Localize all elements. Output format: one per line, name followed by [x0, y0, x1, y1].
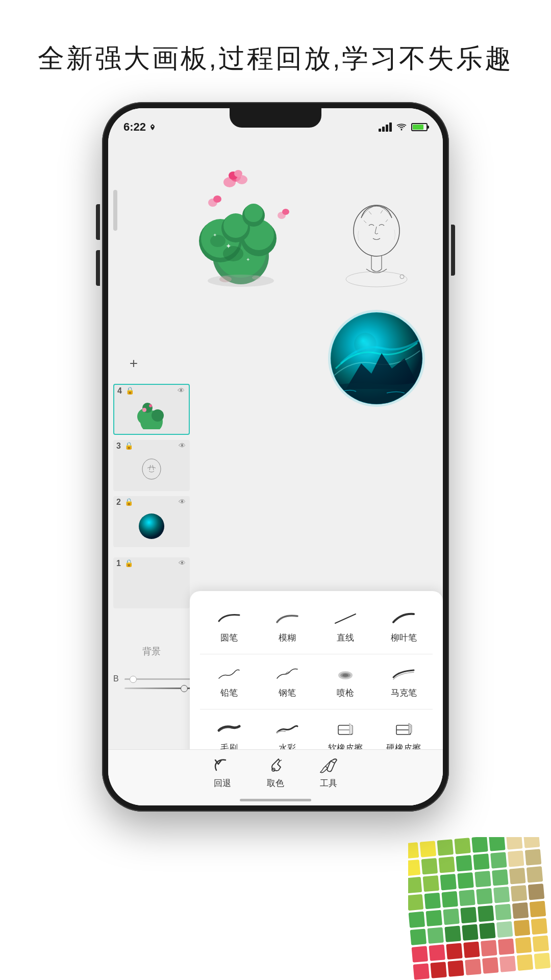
svg-text:✦: ✦	[246, 257, 250, 262]
svg-point-44	[139, 513, 164, 539]
brush-item-round[interactable]: 圆笔	[200, 601, 258, 652]
pixel-cell	[528, 884, 545, 900]
pixel-cell	[410, 928, 427, 945]
layer-item-3[interactable]: 3 🔒 👁	[113, 440, 190, 491]
pixel-cell	[514, 920, 531, 937]
pixel-cell	[408, 860, 420, 876]
pixel-cell	[465, 959, 482, 975]
maobi-brush-icon	[217, 720, 241, 738]
pixel-cell	[531, 918, 548, 935]
pixel-cell	[474, 871, 491, 888]
home-indicator	[240, 799, 311, 801]
opacity-track[interactable]	[124, 688, 195, 689]
pixel-cell	[499, 955, 516, 972]
pixel-cell	[478, 905, 494, 922]
toolbar-undo[interactable]: 回退	[211, 756, 234, 789]
pixel-cell	[490, 852, 507, 869]
pixel-cell	[506, 837, 523, 850]
pixel-cell	[456, 855, 472, 872]
svg-point-48	[342, 674, 348, 677]
phone-frame: 6:22	[102, 102, 449, 812]
statue-artwork	[331, 190, 422, 297]
pixel-cell	[496, 921, 513, 938]
panel-divider-1	[200, 654, 433, 654]
brush-label-pen: 钢笔	[279, 687, 296, 699]
pixel-cell	[423, 875, 440, 892]
brush-item-blur[interactable]: 模糊	[258, 601, 316, 652]
watercolor-brush-icon	[275, 720, 299, 738]
pixel-cell	[437, 839, 454, 856]
corner-decoration	[408, 837, 551, 980]
location-icon	[149, 124, 156, 131]
svg-line-60	[331, 761, 335, 763]
toolbar-undo-label: 回退	[214, 777, 231, 789]
svg-point-27	[219, 276, 232, 282]
status-right-icons	[379, 122, 428, 132]
pixel-cell	[482, 957, 499, 974]
brush-item-willow[interactable]: 柳叶笔	[374, 601, 433, 652]
hard-eraser-icon	[391, 720, 416, 738]
pixel-cell	[481, 940, 497, 957]
brush-item-spray[interactable]: 喷枪	[316, 656, 374, 707]
brush-item-line[interactable]: 直线	[316, 601, 374, 652]
pixel-cell	[429, 944, 445, 961]
soft-eraser-icon	[333, 720, 358, 738]
tool-icon	[317, 756, 340, 774]
brush-label-blur: 模糊	[279, 632, 296, 644]
pencil-brush-icon	[217, 665, 241, 683]
svg-point-25	[282, 209, 289, 215]
pixel-cell	[420, 841, 437, 857]
brush-grid: 圆笔 模糊	[200, 601, 433, 652]
pixel-cell	[460, 907, 477, 924]
pixel-cell	[515, 937, 532, 954]
marker-brush-icon	[391, 665, 416, 683]
blur-brush-icon	[275, 609, 299, 628]
pixel-cell	[463, 941, 480, 958]
eyedrop-icon	[264, 756, 287, 774]
battery-icon	[411, 123, 428, 131]
pixel-cell	[533, 936, 549, 952]
undo-icon	[211, 756, 234, 774]
volume-up-button	[96, 204, 100, 240]
status-time: 6:22	[123, 120, 156, 134]
scroll-bar[interactable]	[113, 190, 117, 231]
brush-label-marker: 马克笔	[391, 687, 417, 699]
toolbar-eyedrop[interactable]: 取色	[264, 756, 287, 789]
pixel-cell	[495, 904, 512, 921]
pixel-cell	[517, 954, 534, 971]
svg-point-23	[213, 195, 221, 203]
pixel-cell	[473, 853, 490, 870]
pixel-cell	[489, 837, 506, 851]
svg-point-0	[152, 126, 154, 127]
svg-point-1	[401, 129, 403, 131]
brush-item-pencil[interactable]: 铅笔	[200, 656, 258, 707]
spray-brush-icon	[333, 665, 358, 683]
svg-point-26	[208, 275, 274, 287]
toolbar-tool[interactable]: 工具	[317, 756, 340, 789]
panel-divider-2	[200, 709, 433, 709]
brush-item-marker[interactable]: 马克笔	[374, 656, 433, 707]
pixel-cell	[408, 842, 419, 859]
signal-icon	[379, 122, 392, 132]
layer-item-1[interactable]: 1 🔒 👁	[113, 557, 190, 608]
layer-item-2[interactable]: 2 🔒 👁	[113, 496, 190, 547]
pixel-cell	[479, 923, 496, 940]
brush-label-round: 圆笔	[220, 632, 238, 644]
brush-size-track[interactable]	[124, 678, 195, 680]
add-layer-button[interactable]: +	[123, 353, 144, 374]
pixel-cell	[443, 909, 460, 925]
layer-item-4[interactable]: 4 🔒 👁	[113, 384, 190, 435]
svg-point-30	[346, 272, 407, 287]
brush-label-spray: 喷枪	[337, 687, 354, 699]
line-brush-icon	[333, 609, 358, 628]
pixel-cell	[454, 838, 471, 854]
svg-point-35	[354, 333, 377, 355]
pixel-cell	[509, 868, 526, 885]
pixel-cell	[408, 894, 423, 911]
pixel-cell	[492, 869, 509, 886]
svg-point-21	[234, 170, 242, 177]
page-title: 全新强大画板,过程回放,学习不失乐趣	[0, 0, 551, 77]
pixel-cell	[413, 963, 430, 980]
pixel-cell	[457, 872, 474, 889]
brush-item-pen[interactable]: 钢笔	[258, 656, 316, 707]
